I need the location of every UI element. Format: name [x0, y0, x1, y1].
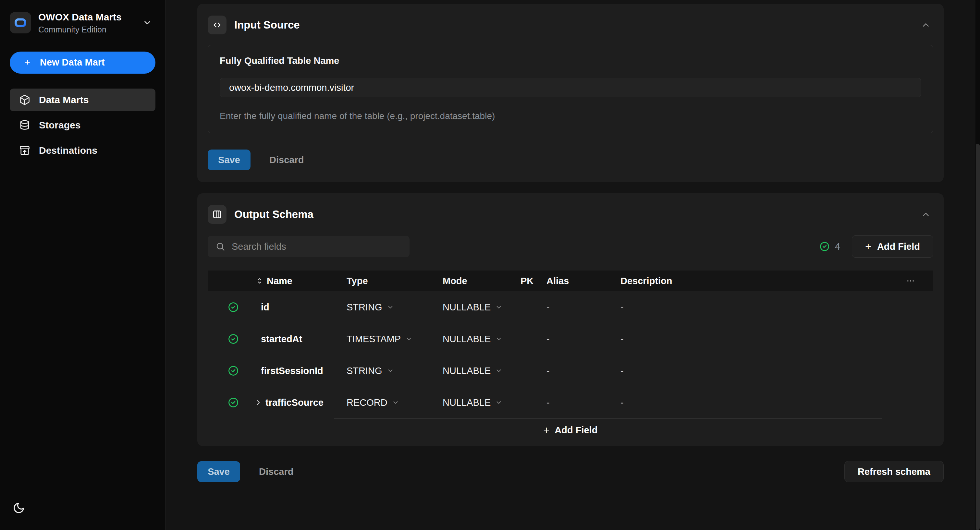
- input-source-title: Input Source: [234, 19, 300, 31]
- moon-icon: [13, 502, 25, 514]
- chevron-down-icon[interactable]: [139, 14, 156, 31]
- database-icon: [19, 119, 30, 131]
- type-value: RECORD: [347, 397, 387, 408]
- chevron-down-icon: [495, 335, 502, 343]
- mode-select[interactable]: NULLABLE: [439, 302, 517, 313]
- valid-fields-badge: 4: [819, 241, 840, 252]
- type-value: TIMESTAMP: [347, 334, 401, 344]
- table-row: startedAt TIMESTAMP NULLABLE - -: [208, 323, 933, 355]
- chevron-down-icon: [495, 399, 502, 406]
- refresh-schema-button[interactable]: Refresh schema: [844, 461, 943, 482]
- save-button[interactable]: Save: [208, 149, 251, 170]
- discard-schema-button[interactable]: Discard: [251, 461, 301, 482]
- discard-button[interactable]: Discard: [262, 149, 312, 170]
- sidebar-item-label: Data Marts: [39, 94, 89, 105]
- add-field-button[interactable]: + Add Field: [852, 235, 933, 257]
- table-row: firstSessionId STRING NULLABLE - -: [208, 355, 933, 387]
- mode-select[interactable]: NULLABLE: [439, 397, 517, 408]
- description-cell: -: [617, 397, 905, 408]
- alias-cell: -: [540, 302, 617, 313]
- archive-icon: [19, 144, 30, 156]
- theme-toggle-button[interactable]: [10, 499, 28, 517]
- mode-select[interactable]: NULLABLE: [439, 334, 517, 344]
- description-cell: -: [617, 334, 905, 344]
- code-icon: [208, 16, 226, 34]
- app-title: OWOX Data Marts: [38, 11, 122, 23]
- table-header-row: Name Type Mode PK Alias Description: [208, 271, 933, 291]
- type-value: STRING: [347, 302, 382, 313]
- mode-select[interactable]: NULLABLE: [439, 365, 517, 376]
- sidebar-item-label: Storages: [39, 120, 81, 131]
- chevron-up-icon: [921, 20, 931, 30]
- new-data-mart-label: New Data Mart: [40, 57, 105, 68]
- col-mode: Mode: [439, 276, 517, 286]
- collapse-output-schema-button[interactable]: [918, 207, 933, 222]
- sidebar: OWOX Data Marts Community Edition + New …: [0, 0, 165, 530]
- save-schema-button[interactable]: Save: [197, 461, 240, 482]
- col-type: Type: [343, 276, 439, 286]
- output-schema-title: Output Schema: [234, 208, 313, 221]
- app-subtitle: Community Edition: [38, 25, 122, 35]
- type-value: STRING: [347, 365, 382, 376]
- sidebar-item-data-marts[interactable]: Data Marts: [10, 89, 156, 111]
- type-select[interactable]: RECORD: [343, 397, 439, 408]
- col-description: Description: [617, 276, 905, 286]
- cube-icon: [19, 94, 30, 106]
- search-fields-box: [208, 236, 409, 257]
- check-circle-icon: [228, 397, 239, 408]
- sidebar-item-destinations[interactable]: Destinations: [10, 139, 156, 162]
- field-name: startedAt: [247, 334, 343, 344]
- scrollbar-thumb[interactable]: [976, 144, 980, 530]
- mode-value: NULLABLE: [442, 302, 491, 313]
- chevron-down-icon: [387, 367, 394, 374]
- alias-cell: -: [540, 365, 617, 376]
- chevron-down-icon: [495, 367, 502, 374]
- type-select[interactable]: TIMESTAMP: [343, 334, 439, 344]
- table-columns-icon: [208, 205, 226, 224]
- table-row: id STRING NULLABLE - -: [208, 291, 933, 323]
- sidebar-item-label: Destinations: [39, 145, 97, 156]
- chevron-right-icon[interactable]: [255, 398, 262, 406]
- sort-by-name-header[interactable]: Name: [247, 276, 343, 286]
- description-cell: -: [617, 365, 905, 376]
- search-fields-input[interactable]: [232, 241, 402, 252]
- sidebar-item-storages[interactable]: Storages: [10, 114, 156, 136]
- table-name-input[interactable]: [220, 78, 921, 97]
- add-field-footer-label: Add Field: [555, 425, 597, 436]
- chevron-down-icon: [387, 304, 394, 311]
- plus-icon: +: [544, 424, 550, 436]
- ellipsis-icon: [906, 276, 915, 286]
- col-pk: PK: [517, 276, 540, 286]
- scrollbar: [975, 0, 980, 530]
- collapse-input-source-button[interactable]: [918, 17, 933, 32]
- mode-value: NULLABLE: [442, 365, 491, 376]
- check-circle-icon: [228, 301, 239, 313]
- chevron-down-icon: [392, 399, 399, 406]
- field-name: firstSessionId: [247, 365, 343, 376]
- schema-table: Name Type Mode PK Alias Description id: [208, 271, 933, 441]
- table-menu-button[interactable]: [905, 276, 933, 286]
- new-data-mart-button[interactable]: + New Data Mart: [10, 52, 156, 74]
- plus-icon: +: [25, 57, 30, 68]
- valid-fields-count: 4: [835, 241, 840, 252]
- app-brand[interactable]: OWOX Data Marts Community Edition: [10, 11, 156, 35]
- add-field-footer-button[interactable]: + Add Field: [544, 424, 598, 436]
- mode-value: NULLABLE: [442, 397, 491, 408]
- main-content: Input Source Fully Qualified Table Name …: [165, 0, 980, 530]
- search-icon: [215, 242, 225, 251]
- table-row: trafficSource RECORD NULLABLE - -: [208, 387, 933, 419]
- app-logo: [10, 12, 31, 33]
- type-select[interactable]: STRING: [343, 302, 439, 313]
- field-name: id: [247, 302, 343, 313]
- plus-icon: +: [865, 241, 871, 253]
- alias-cell: -: [540, 334, 617, 344]
- type-select[interactable]: STRING: [343, 365, 439, 376]
- output-schema-card: Output Schema: [197, 193, 943, 446]
- table-name-helper-text: Enter the fully qualified name of the ta…: [220, 111, 921, 121]
- col-name: Name: [267, 276, 293, 286]
- col-alias: Alias: [540, 276, 617, 286]
- field-name: trafficSource: [266, 397, 323, 408]
- mode-value: NULLABLE: [442, 334, 491, 344]
- sidebar-nav: Data Marts Storages Destinations: [10, 89, 156, 162]
- input-source-card: Input Source Fully Qualified Table Name …: [197, 4, 943, 182]
